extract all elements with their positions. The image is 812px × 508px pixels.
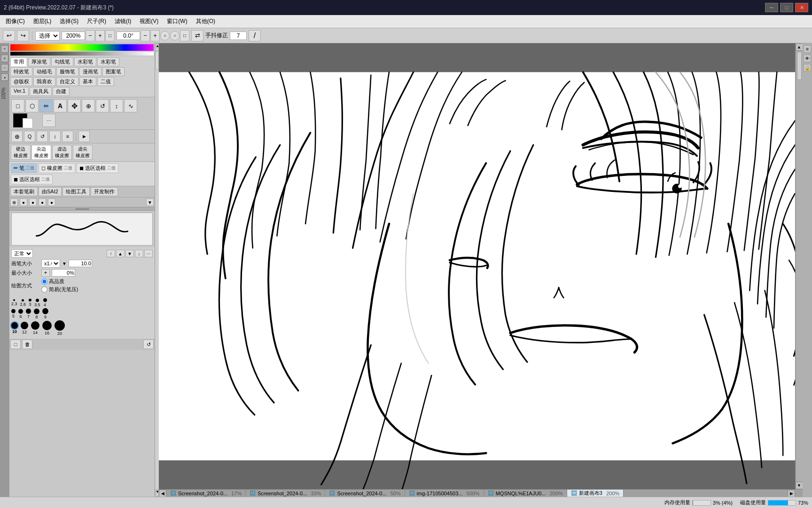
undo-tool[interactable]: ↺ (37, 131, 48, 142)
size-9[interactable]: 9 (42, 308, 48, 319)
redo-button[interactable]: ↪ (17, 30, 29, 41)
brush-item-sel2[interactable]: ◼ 选区选框 二值 (11, 175, 53, 184)
size-16[interactable]: 16 (42, 321, 52, 335)
brush-tab-binary[interactable]: 二值 (97, 77, 114, 86)
tab-screenshot2[interactable]: 🖼 Screenshot_2024-0... 33% (246, 490, 325, 497)
lpanel-scroll-thumb[interactable] (156, 51, 158, 70)
zoom-fit-button[interactable]: □ (105, 30, 115, 41)
angle-reset1-button[interactable]: ○ (160, 31, 170, 40)
zoom-tool[interactable]: ⊕ (82, 99, 95, 112)
size-7[interactable]: 7 (26, 309, 31, 319)
src-collapse[interactable]: ▼ (146, 198, 154, 206)
minimize-button[interactable]: ─ (765, 3, 778, 12)
color-gradient-bar[interactable] (10, 44, 154, 51)
min-size-input[interactable] (52, 269, 75, 277)
size-10[interactable]: 10 (11, 322, 18, 334)
polygon-tool[interactable]: ⬡ (25, 99, 39, 112)
blend-mode-select[interactable]: 正常 (11, 249, 33, 258)
size-5[interactable]: 5 (11, 309, 16, 318)
brush-tab-watercolor2[interactable]: 水彩笔 (97, 57, 119, 66)
eye-icon-btn[interactable]: 👁 (804, 55, 811, 62)
brush-tab-tool[interactable]: 画具风 (30, 87, 52, 96)
brush-tab-effect[interactable]: 特效笔 (10, 67, 32, 76)
undo-history-btn[interactable]: ↺ (143, 340, 154, 349)
tab-screenshot3[interactable]: 🖼 Screenshot_2024-0... 50% (325, 490, 405, 497)
angle-plus-button[interactable]: + (150, 30, 160, 41)
tab-img[interactable]: 🖼 img-17105004503... 500% (405, 490, 484, 497)
move-tool[interactable]: ✥ (68, 99, 81, 112)
brush-tab-copyright[interactable]: @版权 (10, 77, 32, 86)
blend-btn4[interactable]: ↓ (135, 250, 143, 257)
src-icon4[interactable]: ● (39, 198, 46, 206)
close-button[interactable]: ✕ (795, 3, 808, 12)
size-2.3[interactable]: 2.3 (11, 299, 17, 306)
mode-select[interactable]: 选择 (35, 31, 60, 40)
angle-input[interactable] (117, 32, 140, 40)
menu-view[interactable]: 视图(V) (136, 16, 162, 26)
text-tool[interactable]: A (54, 99, 67, 112)
size-3.5[interactable]: 3.5 (34, 299, 40, 307)
brush-tab-manga[interactable]: 漫画笔 (79, 67, 102, 76)
brush-tab-ver1[interactable]: Ver.1 (10, 87, 29, 96)
menu-image[interactable]: 图像(C) (2, 16, 29, 26)
eraser-soft[interactable]: 虚边橡皮擦 (52, 145, 72, 160)
angle-minus-button[interactable]: − (141, 30, 150, 41)
pen-mode-button[interactable]: / (249, 30, 261, 41)
menu-select[interactable]: 选择(S) (56, 16, 82, 26)
flip-tool[interactable]: ↕ (110, 99, 123, 112)
rectangle-tool[interactable]: □ (11, 99, 24, 112)
brush-tab-outline[interactable]: 勾线笔 (51, 57, 73, 66)
vscroll-thumb[interactable] (797, 52, 802, 80)
blend-btn5[interactable]: ⋯ (144, 250, 153, 257)
blend-btn3[interactable]: ▼ (125, 250, 134, 257)
quality-simple-label[interactable]: 简易(无笔压) (41, 286, 78, 293)
size-6[interactable]: 6 (18, 309, 23, 319)
pencil-tool[interactable]: ✏ (39, 99, 53, 112)
brush-src-dev[interactable]: 开发制作 (91, 187, 118, 196)
delete-layer-btn[interactable]: 🗑 (22, 340, 32, 349)
size-14[interactable]: 14 (31, 321, 39, 335)
brush-tab-basic[interactable]: 基本 (79, 77, 96, 86)
add-tool[interactable]: ⊕ (11, 131, 23, 142)
layers-icon-btn[interactable]: ≡ (804, 45, 811, 53)
menu-tool[interactable]: ≡ (62, 131, 73, 142)
lock-icon-btn[interactable]: 🔒 (804, 64, 811, 71)
expand-tool[interactable]: ▶ (78, 131, 90, 142)
drawing-canvas[interactable] (159, 43, 795, 489)
quality-high-label[interactable]: 高品质 (41, 278, 78, 285)
menu-filter[interactable]: 滤镜(I) (111, 16, 135, 26)
zoom-input[interactable] (62, 32, 85, 40)
hscroll-right-button[interactable]: ▶ (788, 490, 795, 497)
blend-btn1[interactable]: ↑ (107, 250, 115, 257)
brush-tab-thick[interactable]: 厚涂笔 (28, 57, 50, 66)
size-3[interactable]: 3 (29, 299, 31, 307)
canvas-container[interactable] (159, 43, 795, 489)
size-2.6[interactable]: 2.6 (20, 299, 26, 307)
brush-tab-watercolor[interactable]: 水彩笔 (74, 57, 96, 66)
size-12[interactable]: 12 (21, 322, 28, 334)
search-tool[interactable]: Q (24, 131, 35, 142)
quality-simple-radio[interactable] (41, 286, 47, 293)
size-20[interactable]: 20 (55, 320, 65, 336)
brush-src-tool[interactable]: 绘图工具 (62, 187, 90, 196)
undo-button[interactable]: ↩ (3, 30, 15, 41)
brush-item-pen-binary[interactable]: ✏ 笔 二值 (11, 163, 37, 173)
hscroll-left-button[interactable]: ◀ (159, 490, 166, 497)
flip-v-tool[interactable]: ↕ (49, 131, 61, 142)
ol-minus-button[interactable]: − (1, 64, 8, 71)
blend-btn2[interactable]: ▲ (116, 250, 125, 257)
lpanel-scroll-down[interactable]: ▼ (155, 489, 159, 497)
zoom-plus-button[interactable]: + (95, 30, 105, 41)
quality-high-radio[interactable] (41, 278, 47, 285)
zoom-minus-button[interactable]: − (86, 30, 95, 41)
brush-tab-favorite[interactable]: 我喜欢 (33, 77, 55, 86)
menu-ruler[interactable]: 尺子(R) (83, 16, 110, 26)
angle-reset2-button[interactable]: ○ (170, 31, 180, 40)
tab-mqsnql[interactable]: 🖼 MQSNQL%E1AJU0... 200% (484, 490, 567, 497)
ol-plus-button[interactable]: + (1, 45, 8, 53)
brush-tab-custom[interactable]: 自定义 (56, 77, 78, 86)
stabilizer-input[interactable] (230, 32, 247, 40)
brush-size-input[interactable] (69, 260, 92, 267)
eraser-hard[interactable]: 硬边橡皮擦 (11, 145, 31, 160)
tab-canvas3[interactable]: 🖼 新建画布3 200% (567, 490, 624, 497)
